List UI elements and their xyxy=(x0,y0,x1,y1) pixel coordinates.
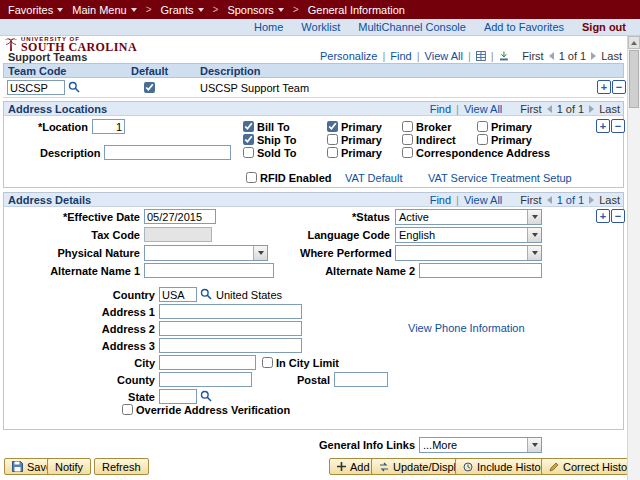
worklist-link[interactable]: Worklist xyxy=(301,21,340,33)
city-label: City xyxy=(55,357,155,369)
broker-checkbox[interactable] xyxy=(402,121,413,132)
indirect-primary-label: Primary xyxy=(491,134,532,146)
multichannel-console-link[interactable]: MultiChannel Console xyxy=(358,21,466,33)
support-teams-toolbar: Personalize | Find | View All | | First … xyxy=(320,50,622,62)
breadcrumb-general-information[interactable]: General Information xyxy=(308,4,405,16)
personalize-link[interactable]: Personalize xyxy=(320,50,377,62)
scrollbar-up-icon[interactable] xyxy=(628,36,640,49)
postal-input[interactable] xyxy=(334,372,388,387)
remove-row-button[interactable]: − xyxy=(611,209,625,223)
pager-last[interactable]: Last xyxy=(599,194,620,206)
breadcrumb-favorites[interactable]: Favorites xyxy=(8,4,63,16)
address-details-header-right: Find | View All First 1 of 1 Last xyxy=(380,194,620,206)
find-link[interactable]: Find xyxy=(390,50,411,62)
ship-primary-checkbox[interactable] xyxy=(327,134,338,145)
view-all-link[interactable]: View All xyxy=(425,50,463,62)
default-checkbox[interactable] xyxy=(144,82,155,93)
where-performed-label: Where Performed xyxy=(300,247,390,259)
bill-primary-checkbox[interactable] xyxy=(327,121,338,132)
indirect-primary-checkbox[interactable] xyxy=(477,134,488,145)
column-header-description: Description xyxy=(200,65,261,77)
alternate-name-2-label: Alternate Name 2 xyxy=(305,265,415,277)
breadcrumb-grants[interactable]: Grants xyxy=(161,4,204,16)
remove-row-button[interactable]: − xyxy=(611,119,625,133)
location-input[interactable] xyxy=(92,119,125,134)
postal-label: Postal xyxy=(272,374,330,386)
view-all-link[interactable]: View All xyxy=(464,194,502,206)
view-all-link[interactable]: View All xyxy=(464,103,502,115)
rfid-enabled-checkbox[interactable] xyxy=(246,172,257,183)
refresh-label: Refresh xyxy=(102,461,141,473)
scrollbar-thumb[interactable] xyxy=(629,50,639,108)
pager-next-icon[interactable] xyxy=(589,196,594,204)
pager-first[interactable]: First xyxy=(522,50,543,62)
address-3-input[interactable] xyxy=(159,338,302,353)
alternate-name-1-input[interactable] xyxy=(144,263,274,278)
override-address-verification-checkbox[interactable] xyxy=(122,404,133,415)
vat-service-treatment-setup-link[interactable]: VAT Service Treatment Setup xyxy=(428,172,572,184)
effective-date-input[interactable] xyxy=(144,209,216,224)
bill-to-checkbox[interactable] xyxy=(243,121,254,132)
add-row-button[interactable]: + xyxy=(596,209,610,223)
grid-icon[interactable] xyxy=(476,51,486,61)
notify-button[interactable]: Notify xyxy=(47,458,91,475)
status-select[interactable]: Active xyxy=(395,209,542,225)
separator: | xyxy=(468,50,471,62)
where-performed-select[interactable] xyxy=(395,245,542,261)
description-input[interactable] xyxy=(104,145,231,160)
sign-out-link[interactable]: Sign out xyxy=(582,21,626,33)
breadcrumb-sponsors[interactable]: Sponsors xyxy=(227,4,283,16)
state-input[interactable] xyxy=(159,389,197,404)
physical-nature-select[interactable] xyxy=(144,245,268,261)
sold-primary-checkbox[interactable] xyxy=(327,147,338,158)
column-header-team-code: Team Code xyxy=(8,65,66,77)
team-code-input[interactable] xyxy=(7,80,65,95)
add-to-favorites-link[interactable]: Add to Favorites xyxy=(484,21,564,33)
add-row-button[interactable]: + xyxy=(597,80,611,94)
home-link[interactable]: Home xyxy=(254,21,283,33)
download-icon[interactable] xyxy=(499,51,509,61)
sold-to-checkbox[interactable] xyxy=(243,147,254,158)
lookup-icon[interactable] xyxy=(200,390,212,402)
find-link[interactable]: Find xyxy=(430,194,451,206)
utility-nav-bar: Home Worklist MultiChannel Console Add t… xyxy=(0,19,640,36)
breadcrumb-main-menu[interactable]: Main Menu xyxy=(72,4,136,16)
pager-prev-icon[interactable] xyxy=(547,196,552,204)
location-label: *Location xyxy=(28,121,88,133)
alternate-name-2-input[interactable] xyxy=(419,263,542,278)
vertical-scrollbar[interactable] xyxy=(627,36,640,480)
lookup-icon[interactable] xyxy=(68,81,80,93)
bill-to-label: Bill To xyxy=(257,121,290,133)
city-input[interactable] xyxy=(159,355,256,370)
language-code-select[interactable]: English xyxy=(395,227,542,243)
broker-primary-checkbox[interactable] xyxy=(477,121,488,132)
indirect-checkbox[interactable] xyxy=(402,134,413,145)
pager-prev-icon[interactable] xyxy=(549,52,554,60)
country-input[interactable] xyxy=(159,287,197,302)
pager-last[interactable]: Last xyxy=(601,50,622,62)
address-locations-header-right: Find | View All First 1 of 1 Last xyxy=(380,103,620,115)
vat-default-link[interactable]: VAT Default xyxy=(345,172,402,184)
pager-last[interactable]: Last xyxy=(599,103,620,115)
lookup-icon[interactable] xyxy=(200,288,212,300)
pager-prev-icon[interactable] xyxy=(547,105,552,113)
pager-first[interactable]: First xyxy=(520,194,541,206)
find-link[interactable]: Find xyxy=(430,103,451,115)
pager-next-icon[interactable] xyxy=(591,52,596,60)
address-1-input[interactable] xyxy=(159,304,302,319)
pager-next-icon[interactable] xyxy=(589,105,594,113)
remove-row-button[interactable]: − xyxy=(612,80,626,94)
refresh-button[interactable]: Refresh xyxy=(94,458,149,475)
correct-history-button[interactable]: Correct History xyxy=(541,458,640,475)
address-2-input[interactable] xyxy=(159,321,302,336)
in-city-limit-checkbox[interactable] xyxy=(262,357,273,368)
general-info-links-select[interactable]: ...More xyxy=(419,437,542,453)
sold-to-label: Sold To xyxy=(257,147,297,159)
dropdown-arrow-icon xyxy=(253,246,267,260)
ship-to-checkbox[interactable] xyxy=(243,134,254,145)
pager-first[interactable]: First xyxy=(520,103,541,115)
correspondence-checkbox[interactable] xyxy=(402,147,413,158)
view-phone-information-link[interactable]: View Phone Information xyxy=(408,322,525,334)
add-row-button[interactable]: + xyxy=(596,119,610,133)
county-input[interactable] xyxy=(159,372,252,387)
